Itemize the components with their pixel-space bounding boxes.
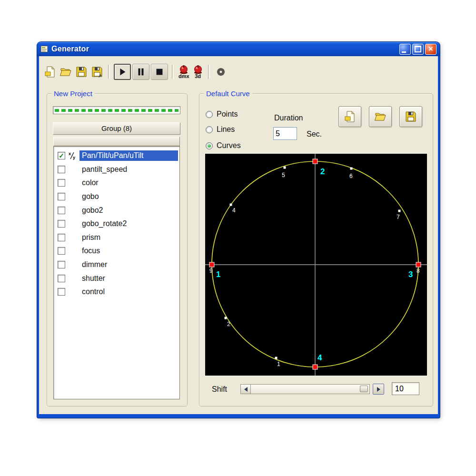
checkbox[interactable] [58,261,65,268]
list-item-label: prism [79,232,103,243]
list-item[interactable]: gobo_rotate2 [54,217,179,231]
curve-file-buttons [338,106,422,127]
play-button[interactable] [114,64,131,80]
stop-button[interactable] [151,64,168,80]
scroll-thumb[interactable] [360,386,368,392]
minimize-button[interactable] [399,44,411,55]
settings-button[interactable] [214,65,228,79]
list-item[interactable]: prism [54,231,179,245]
list-item[interactable]: ✓xyPan/Tilt/uPan/uTilt [54,149,179,163]
maximize-button[interactable] [412,44,424,55]
main-toolbar: dmx3d [39,56,438,83]
new-project-label: New Project [51,89,95,98]
scroll-right-button[interactable] [373,384,384,395]
list-item-label: control [79,287,107,297]
save-as-icon [91,66,103,78]
duration-input[interactable] [273,127,297,140]
radio-button-icon[interactable] [206,111,213,118]
shift-value-input[interactable] [392,382,419,395]
scroll-left-button[interactable] [241,385,251,394]
open-icon [60,66,72,78]
checkbox[interactable] [58,179,65,187]
list-item[interactable]: gobo2 [54,203,179,217]
list-item-label: dimmer [79,259,109,270]
knob-icon [193,65,203,74]
checkbox[interactable] [58,166,65,173]
pause-icon [136,67,146,77]
svg-text:7: 7 [397,214,400,220]
icon-slot [68,233,77,242]
scroll-track[interactable] [251,385,369,394]
svg-text:4: 4 [232,207,236,214]
open-project-button[interactable] [59,65,73,79]
list-item-label: gobo2 [79,205,106,216]
new-icon [344,110,356,123]
radio-points[interactable]: Points [206,110,238,119]
minimize-icon [402,51,406,53]
icon-slot [68,260,77,269]
progress-dashes [55,109,178,112]
checkbox[interactable] [58,193,65,200]
3d-view-button[interactable]: 3d [192,65,204,79]
group-button[interactable]: Group (8) [53,122,180,135]
default-curve-group: Default Curve PointsLinesCurves Duration… [199,93,433,407]
list-item[interactable]: focus [54,244,179,258]
checkbox[interactable] [58,207,65,214]
svg-text:2: 2 [320,167,325,176]
window-body: dmx3d New Project Group (8) ✓xyPan/Tilt/… [39,56,438,414]
open-curve-button[interactable] [369,106,392,127]
list-item-label: focus [79,246,102,256]
checkbox[interactable] [58,247,65,255]
pan-tilt-xy-icon: xy [68,151,77,160]
list-item[interactable]: control [54,285,179,299]
list-item[interactable]: gobo [54,190,179,204]
list-item-label: color [79,178,101,188]
svg-text:y: y [73,155,75,160]
save-curve-button[interactable] [399,106,422,127]
svg-text:2: 2 [227,321,230,327]
checkbox[interactable] [58,220,65,228]
dmx-output-button[interactable]: dmx [178,65,190,79]
new-curve-button[interactable] [338,106,361,127]
icon-slot [68,178,77,187]
save-project-as-button[interactable] [90,65,104,79]
list-header[interactable] [53,137,180,146]
list-item-label: Pan/Tilt/uPan/uTilt [79,150,178,161]
generator-window: Generator × dmx3d New Project Group (8) … [37,42,440,418]
window-title: Generator [51,45,89,53]
list-item[interactable]: shutter [54,271,179,285]
radio-button-icon[interactable] [206,126,213,133]
checkbox[interactable] [58,288,65,296]
icon-slot [68,288,77,296]
duration-label: Duration [274,114,303,122]
checkbox[interactable] [58,275,65,282]
checkbox[interactable] [58,234,65,241]
radio-lines[interactable]: Lines [206,125,235,134]
close-button[interactable]: × [425,44,436,55]
app-icon [40,45,49,53]
save-icon [75,66,88,78]
knob-icon [178,65,189,74]
svg-text:1: 1 [277,361,280,367]
pause-button[interactable] [132,64,149,80]
list-item-label: gobo [79,191,101,202]
titlebar[interactable]: Generator × [37,42,440,56]
save-project-button[interactable] [74,65,89,79]
list-item[interactable]: dimmer [54,258,179,272]
svg-text:8: 8 [416,268,420,274]
shift-scrollbar[interactable] [240,384,370,394]
curve-canvas[interactable]: 564721291834 [205,154,427,376]
checkbox-checked[interactable]: ✓ [58,152,65,159]
icon-slot [68,192,77,201]
new-project-button[interactable] [43,65,57,79]
radio-button-icon[interactable] [206,142,213,149]
list-item[interactable]: color [54,176,179,190]
radio-curves[interactable]: Curves [206,141,241,150]
maximize-icon [415,46,421,52]
list-item[interactable]: pantilt_speed [54,163,179,177]
fixture-list: ✓xyPan/Tilt/uPan/uTiltpantilt_speedcolor… [53,146,180,399]
caption-buttons: × [399,44,436,55]
open-icon [374,110,387,123]
gear-icon [215,66,227,78]
save-icon [405,110,417,123]
